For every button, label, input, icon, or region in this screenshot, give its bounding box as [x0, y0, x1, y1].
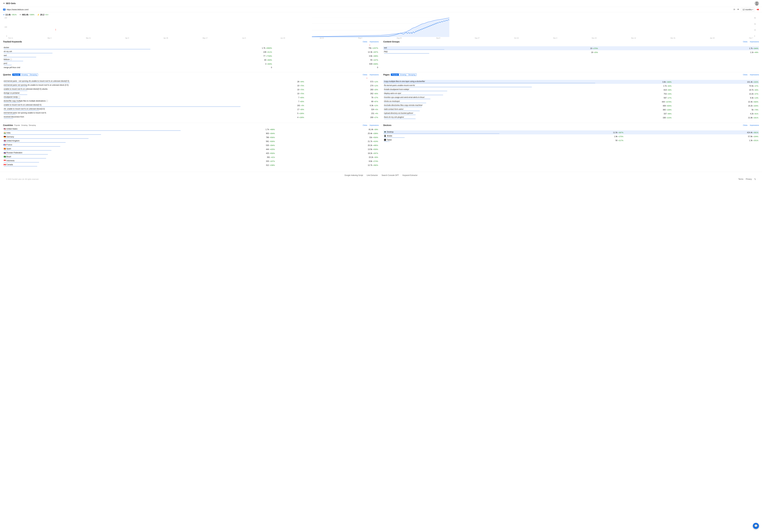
top-right [755, 1, 759, 6]
tab-queries-popular[interactable]: Popular [12, 74, 20, 76]
pages-section: Pages Popular Growing Decaying Clicks Im… [383, 73, 759, 119]
avatar[interactable] [755, 1, 759, 6]
tab-pages-decaying[interactable]: Decaying [407, 74, 417, 76]
table-row[interactable]: 🇪🇸 Spain444 +425%13.5k +559% [3, 147, 379, 151]
footer-link-keyword[interactable]: Keyword Extractor [403, 174, 418, 176]
table-row[interactable]: 🇩🇪 Germany786 +556%31k +550% [3, 135, 379, 139]
logo-icon: ✦ [3, 2, 5, 5]
table-row[interactable]: /exclude-directories-files-copy-remote-m… [383, 104, 759, 108]
table-row[interactable]: 🇷🇺 Russian Federation420 +550%18.2k +287… [3, 151, 379, 155]
table-row[interactable]: /deploy-astro-on-vps/753 +44%13.2k +47% [383, 92, 759, 96]
countries-tab-popular[interactable]: Popular [14, 124, 20, 126]
tab-queries-decaying[interactable]: Decaying [29, 74, 38, 76]
table-row[interactable]: dockge vs portainer10 +75%262 +40% [3, 92, 379, 96]
impressions-header-cg[interactable]: Impressions [750, 41, 759, 42]
table-row[interactable]: sed77 +7700%3.6k +489% [3, 54, 379, 58]
url-text[interactable]: https://www.bitdoze.com/ [7, 8, 732, 11]
table-row[interactable]: /fix-kernel-panic-unable-mount-root-fs/2… [383, 84, 759, 88]
terms-link[interactable]: Terms [738, 178, 743, 180]
table-row[interactable]: end kernel panic not syncing unable to m… [3, 111, 379, 115]
devices-table: 💻Desktop11.5k +367%424.4k +361%📱Mobile1.… [383, 130, 759, 142]
tab-queries-growing[interactable]: Growing [20, 74, 29, 76]
table-row[interactable]: /shots-so-mockups/444 +1576%22.4k +560% [383, 100, 759, 104]
privacy-link[interactable]: Privacy [746, 178, 752, 180]
table-row[interactable]: PM218 +25%1.1k +49% [383, 50, 759, 54]
table-row[interactable]: dockerfile copy multiple files to multip… [3, 100, 379, 103]
tab-pages-growing[interactable]: Growing [399, 74, 407, 76]
table-row[interactable]: 🇮🇳 India903 +304%25.4k +289% [3, 131, 379, 135]
table-row[interactable]: cloudpanel nextjsi7 +83%76 +27% [3, 96, 379, 100]
url-controls: ⟳ 👁 12 months ▾ ➜ [733, 8, 759, 11]
table-row[interactable]: unable to mount root fs on unknown-block… [3, 103, 379, 107]
tracked-keywords-table: docker1.7k +4900%70k +1257%oh my zsh138 … [3, 46, 379, 69]
countries-title: Countries [3, 124, 13, 126]
twitter-icon[interactable]: 𝕏 [754, 178, 756, 180]
refresh-icon[interactable]: ⟳ [733, 8, 735, 11]
impressions-header-p[interactable]: Impressions [750, 74, 759, 76]
metric-clicks: ✦ 13.4k +351% [3, 13, 17, 16]
table-row[interactable]: end kernel panic - not syncing vfs unabl… [3, 80, 379, 84]
table-row[interactable]: 🇫🇷 France535 +394%20.2k +485% [3, 143, 379, 147]
y-label-0: 0 [3, 35, 7, 37]
table-row[interactable]: /copy-multiple-files-in-one-layer-using-… [383, 80, 759, 84]
table-row[interactable]: pm23 +300%639 +848% [3, 62, 379, 66]
footer-link-extractor[interactable]: Link Extractor [367, 174, 378, 176]
clicks-header-c[interactable]: Clicks [363, 124, 367, 126]
red-arrow-down: ↓ [55, 28, 56, 31]
clicks-value: 13.4k [5, 13, 11, 16]
impressions-icon: 👁 [19, 14, 21, 16]
clicks-change: +351% [11, 14, 17, 16]
countries-tab-decaying[interactable]: Decaying [29, 124, 36, 126]
table-row[interactable]: sed19 +275%1.7k +344% [383, 46, 759, 50]
clicks-header-cg[interactable]: Clicks [743, 41, 747, 42]
footer-link-gpt[interactable]: Search Console GPT [382, 174, 399, 176]
clicks-icon: ✦ [3, 14, 5, 16]
table-row[interactable]: unable to mount root fs on unknown-block… [3, 88, 379, 92]
clicks-header-d[interactable]: Clicks [743, 124, 747, 126]
table-row[interactable]: oh my zsh138 +311%12.3k +287% [3, 50, 379, 54]
table-row[interactable]: docker1.7k +4900%70k +1257% [3, 46, 379, 50]
table-row[interactable]: end kernel panic not syncing vfs unable … [3, 84, 379, 88]
table-row[interactable]: 🇨🇦 Canada312 +338%12.7k +382% [3, 163, 379, 167]
table-row: 💻Desktop11.5k +367%424.4k +361% [383, 130, 759, 134]
impressions-header-kw[interactable]: Impressions [370, 41, 379, 42]
table-row[interactable]: /best-oh-my-zsh-plugins/336 +215%21.8k +… [383, 115, 759, 119]
position-change: +9.4 [45, 14, 48, 16]
eye-icon[interactable]: 👁 [737, 8, 739, 11]
footer-links-bar: Google Indexing Script Link Extractor Se… [0, 172, 762, 183]
countries-tab-growing[interactable]: Growing [21, 124, 28, 126]
clicks-header-kw[interactable]: Clicks [363, 41, 367, 42]
period-selector[interactable]: 12 months ▾ [741, 8, 754, 11]
queries-section: Queries Popular Growing Decaying Clicks … [3, 73, 379, 119]
clicks-header-p[interactable]: Clicks [743, 74, 747, 76]
table-row[interactable]: 🇬🇧 United Kingdom581 +500%21.7k +424% [3, 139, 379, 143]
impressions-value: 483.4k [22, 13, 29, 16]
impressions-header-c[interactable]: Impressions [370, 124, 379, 126]
impressions-change: +336% [29, 14, 35, 16]
table-row[interactable]: /add-contact-form-astro/383 +106%5k +79% [383, 108, 759, 112]
table-row[interactable]: bitdozei40 +300%55 +167% [3, 58, 379, 62]
row-1: Tracked Keywords Clicks Impressions ↓ do… [3, 40, 759, 69]
table-row[interactable]: received disconnect from4 +100%200 +27% [3, 115, 379, 119]
countries-table: 🇺🇸 United States1.7k +489%81.4k +39%🇮🇳 I… [3, 127, 379, 167]
table-row[interactable]: /install-cloudpanel-host-nodejs/819 +58%… [383, 88, 759, 92]
clicks-header-q[interactable]: Clicks [363, 74, 367, 76]
content-groups-title: Content Groups [383, 40, 400, 43]
devices-section: Devices Clicks Impressions 💻Desktop11.5k… [383, 124, 759, 167]
table-row[interactable]: 🇺🇸 United States1.7k +489%81.4k +39% [3, 127, 379, 131]
chevron-down-icon: ▾ [752, 9, 753, 10]
table-row[interactable]: merge pdf linux cmd00 [3, 66, 379, 69]
divider-1 [3, 72, 759, 72]
url-badge: 8 [3, 9, 6, 11]
red-arrow-queries-clicks: ← [3, 77, 368, 79]
impressions-header-q[interactable]: Impressions [370, 74, 379, 76]
table-row[interactable]: /monitor-cpu-usage-and-send-emal-alerts-… [383, 96, 759, 100]
footer-link-indexing[interactable]: Google Indexing Script [344, 174, 363, 176]
table-row[interactable]: 🇧🇷 Brazil391 +41%15.2k +30% [3, 155, 379, 159]
table-row[interactable]: /upload-directory-oci-bucket-python/337 … [383, 112, 759, 115]
tab-pages-popular[interactable]: Popular [391, 74, 399, 76]
impressions-header-d[interactable]: Impressions [750, 124, 759, 126]
top-bar: ✦ SEO Gets [0, 0, 762, 7]
table-row[interactable]: vfs: unable to mount root fs on unknown-… [3, 107, 379, 111]
table-row[interactable]: 🇮🇩 Indonesia333 +187%8.6k +274% [3, 159, 379, 163]
